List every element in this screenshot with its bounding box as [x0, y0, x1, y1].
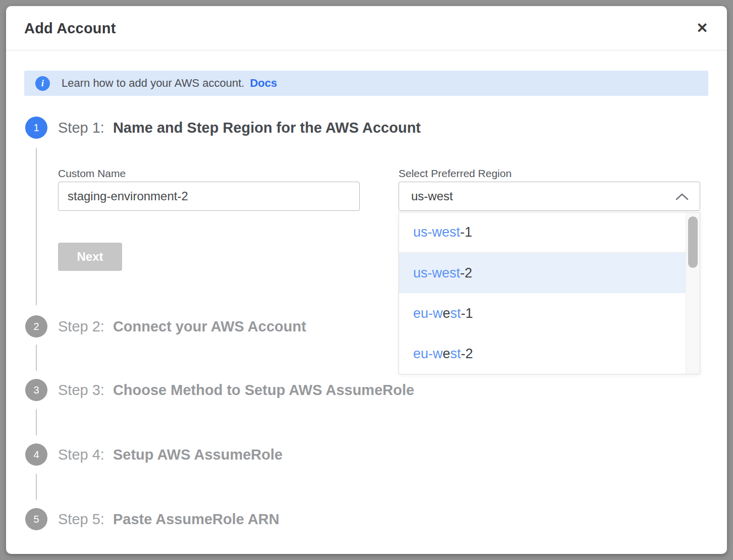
dropdown-option-eu-west-2[interactable]: eu-west-2: [399, 333, 686, 374]
step-2-number: 2: [33, 321, 39, 332]
close-button[interactable]: ✕: [691, 17, 713, 39]
option-rest-text: e: [443, 306, 450, 321]
step-1-number: 1: [33, 122, 39, 134]
option-match-text: st: [450, 346, 461, 362]
step-4-title: Setup AWS AssumeRole: [113, 446, 283, 463]
docs-link[interactable]: Docs: [250, 77, 277, 90]
step-1-badge: 1: [25, 117, 47, 139]
step-2-prefix: Step 2:: [58, 318, 104, 335]
info-icon: i: [35, 76, 50, 91]
region-select[interactable]: us-west: [399, 182, 700, 211]
option-match-text: us-west: [413, 225, 460, 240]
page-title: Add Account: [24, 20, 116, 37]
banner-text: Learn how to add your AWS account.: [62, 77, 244, 90]
step-2-title: Connect your AWS Account: [113, 318, 306, 335]
step-3-number: 3: [33, 384, 39, 396]
step-3-title: Choose Method to Setup AWS AssumeRole: [113, 382, 414, 399]
step-4-badge: 4: [25, 443, 47, 466]
region-label: Select Preferred Region: [399, 167, 512, 180]
option-rest-text: -2: [461, 346, 473, 362]
region-select-value: us-west: [411, 189, 453, 203]
step-connector-1-2: [36, 148, 37, 305]
custom-name-label: Custom Name: [58, 167, 126, 180]
dropdown-scrollbar-thumb[interactable]: [688, 216, 698, 268]
dropdown-scrollbar-track[interactable]: [686, 212, 700, 374]
step-connector-4-5: [36, 474, 37, 500]
step-3-prefix: Step 3:: [58, 382, 104, 399]
step-5-badge: 5: [25, 508, 47, 530]
option-rest-text: e: [443, 346, 450, 362]
step-1-title: Name and Step Region for the AWS Account: [113, 120, 421, 136]
option-match-text: us-west: [413, 265, 460, 281]
custom-name-input[interactable]: [58, 182, 360, 211]
next-button[interactable]: Next: [58, 243, 122, 271]
step-connector-3-4: [36, 409, 37, 435]
option-match-text: st: [450, 306, 461, 321]
dropdown-option-us-west-1[interactable]: us-west-1: [399, 212, 686, 253]
option-match-text: eu-w: [413, 306, 443, 321]
option-rest-text: -1: [461, 306, 473, 321]
step-1-prefix: Step 1:: [58, 120, 104, 136]
step-4-prefix: Step 4:: [58, 446, 104, 463]
close-icon: ✕: [696, 21, 708, 35]
step-connector-2-3: [36, 345, 37, 371]
option-rest-text: -1: [460, 225, 472, 240]
step-5-heading: Step 5: Paste AssumeRole ARN: [58, 508, 279, 530]
step-3-badge: 3: [25, 379, 47, 401]
step-2-badge: 2: [25, 315, 47, 338]
chevron-up-icon: [675, 193, 689, 202]
step-3-heading: Step 3: Choose Method to Setup AWS Assum…: [58, 379, 414, 401]
region-option-list: us-west-1 us-west-2 eu-west-1 eu-west-2: [399, 212, 686, 374]
dropdown-option-us-west-2[interactable]: us-west-2: [399, 253, 686, 293]
dropdown-option-eu-west-1[interactable]: eu-west-1: [399, 293, 686, 333]
option-match-text: eu-w: [413, 346, 443, 362]
region-dropdown: us-west-1 us-west-2 eu-west-1 eu-west-2: [399, 212, 700, 374]
dialog-header: Add Account ✕: [6, 6, 727, 50]
step-4-heading: Step 4: Setup AWS AssumeRole: [58, 443, 283, 466]
add-account-dialog: Add Account ✕ i Learn how to add your AW…: [6, 6, 727, 554]
option-rest-text: -2: [460, 265, 472, 281]
step-1-heading: Step 1: Name and Step Region for the AWS…: [58, 117, 421, 139]
step-5-prefix: Step 5:: [58, 511, 104, 528]
step-4-number: 4: [33, 449, 39, 461]
step-2-heading: Step 2: Connect your AWS Account: [58, 315, 306, 338]
info-banner: i Learn how to add your AWS account. Doc…: [24, 71, 708, 96]
step-5-title: Paste AssumeRole ARN: [113, 511, 279, 528]
step-5-number: 5: [33, 514, 39, 525]
